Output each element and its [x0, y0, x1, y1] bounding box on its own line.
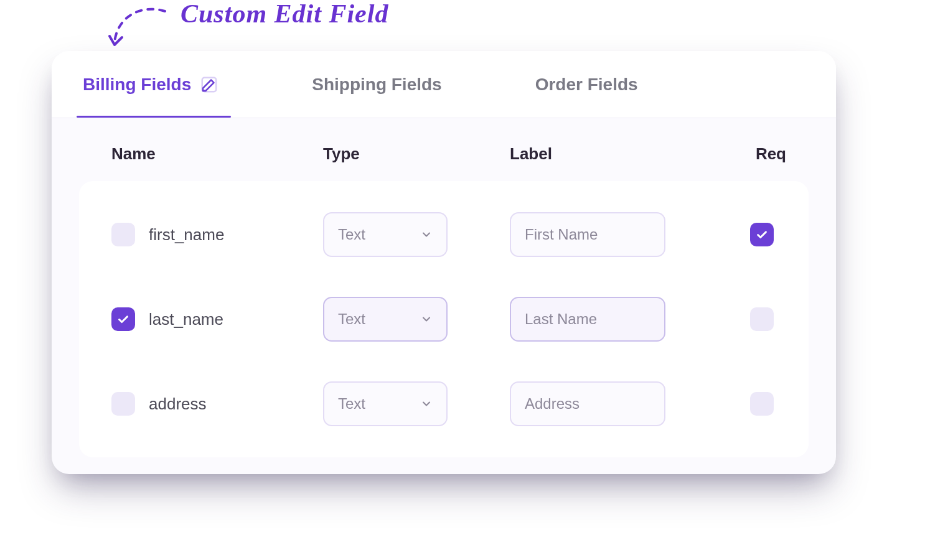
annotation-arrow-icon — [106, 6, 181, 56]
chevron-down-icon — [420, 398, 433, 410]
column-header-req: Req — [740, 144, 799, 164]
chevron-down-icon — [420, 313, 433, 325]
field-name: address — [149, 394, 207, 414]
table-row: first_name Text First Name — [89, 194, 799, 276]
table-row: address Text Address — [89, 363, 799, 445]
label-input-value: Address — [525, 395, 580, 413]
field-name: first_name — [149, 225, 224, 245]
label-input-value: First Name — [525, 226, 598, 243]
table-header: Name Type Label Req — [52, 118, 836, 181]
type-select[interactable]: Text — [323, 212, 448, 257]
type-select-value: Text — [338, 226, 365, 243]
tabs-bar: Billing Fields Shipping Fields Order Fie… — [52, 51, 836, 118]
required-checkbox[interactable] — [750, 307, 774, 331]
tab-label: Shipping Fields — [312, 75, 441, 95]
row-select-checkbox[interactable] — [111, 307, 135, 331]
row-select-checkbox[interactable] — [111, 392, 135, 416]
required-checkbox[interactable] — [750, 392, 774, 416]
type-select-value: Text — [338, 395, 365, 413]
label-input-value: Last Name — [525, 310, 597, 328]
name-cell: last_name — [111, 307, 323, 331]
column-header-label: Label — [510, 144, 740, 164]
type-select[interactable]: Text — [323, 381, 448, 426]
column-header-type: Type — [323, 144, 510, 164]
name-cell: first_name — [111, 223, 323, 246]
label-input[interactable]: Last Name — [510, 297, 665, 342]
type-select[interactable]: Text — [323, 297, 448, 342]
type-select-value: Text — [338, 310, 365, 328]
annotation-text: Custom Edit Field — [181, 0, 388, 29]
label-input[interactable]: First Name — [510, 212, 665, 257]
annotation-callout: Custom Edit Field — [106, 1, 367, 51]
tab-label: Order Fields — [535, 75, 638, 95]
fields-editor-card: Billing Fields Shipping Fields Order Fie… — [52, 51, 836, 474]
fields-table-body: first_name Text First Name — [79, 181, 809, 457]
name-cell: address — [111, 392, 323, 416]
table-row: last_name Text Last Name — [89, 278, 799, 360]
required-checkbox[interactable] — [750, 223, 774, 246]
svg-rect-0 — [202, 77, 217, 91]
edit-icon — [200, 75, 218, 94]
tab-billing-fields[interactable]: Billing Fields — [64, 51, 237, 118]
tab-label: Billing Fields — [83, 75, 191, 95]
row-select-checkbox[interactable] — [111, 223, 135, 246]
tab-shipping-fields[interactable]: Shipping Fields — [293, 51, 460, 118]
label-input[interactable]: Address — [510, 381, 665, 426]
column-header-name: Name — [111, 144, 323, 164]
field-name: last_name — [149, 310, 223, 329]
tab-order-fields[interactable]: Order Fields — [517, 51, 657, 118]
chevron-down-icon — [420, 228, 433, 241]
